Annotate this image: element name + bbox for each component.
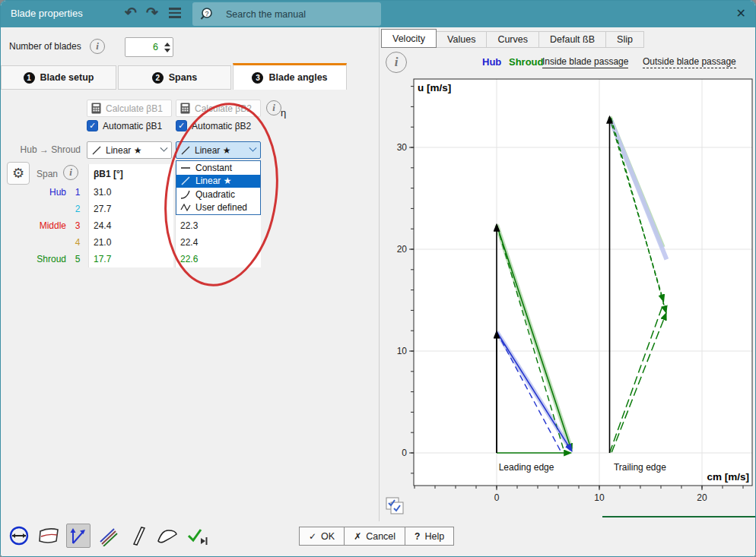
svg-text:10: 10 bbox=[397, 346, 408, 356]
tab-curves[interactable]: Curves bbox=[487, 31, 539, 48]
b2-value: 22.3 bbox=[180, 220, 198, 231]
calculate-b1-label: Calculate βB1 bbox=[106, 103, 163, 114]
calculate-b2-button[interactable]: Calculate βB2 bbox=[176, 100, 261, 117]
legend-inside-blade-passage[interactable]: Inside blade passage bbox=[542, 56, 628, 68]
undo-icon[interactable]: ↶ bbox=[125, 4, 137, 21]
svg-text:?: ? bbox=[205, 9, 208, 17]
svg-text:Leading edge: Leading edge bbox=[499, 462, 554, 473]
table-row[interactable]: Middle 3 24.4 22.3 bbox=[1, 217, 263, 234]
tab-label: Values bbox=[447, 34, 475, 45]
tab-slip[interactable]: Slip bbox=[606, 31, 644, 48]
search-placeholder: Search the manual bbox=[226, 9, 306, 20]
tab-label: Velocity bbox=[392, 33, 425, 44]
help-label: Help bbox=[424, 531, 444, 542]
b2-value: 22.6 bbox=[180, 254, 198, 264]
main-dimensions-button[interactable] bbox=[7, 524, 31, 548]
redo-icon[interactable]: ↷ bbox=[146, 4, 158, 21]
linear-curve-icon bbox=[180, 176, 191, 185]
b2-distribution-combo[interactable]: Linear ★ bbox=[176, 141, 261, 159]
chevron-down-icon bbox=[160, 144, 168, 152]
tab-blade-setup[interactable]: 1 Blade setup bbox=[1, 65, 116, 90]
spin-down-icon[interactable] bbox=[164, 49, 170, 52]
b1-value: 21.0 bbox=[94, 237, 111, 248]
tab-default-bb[interactable]: Default ßB bbox=[539, 31, 606, 48]
chart-legend: Hub Shroud Inside blade passage Outside … bbox=[380, 55, 756, 71]
table-row[interactable]: Shroud 5 17.7 22.6 bbox=[1, 251, 263, 267]
meridional-contour-icon bbox=[37, 526, 60, 546]
calculate-b2-label: Calculate βB2 bbox=[195, 103, 252, 114]
table-row[interactable]: 4 21.0 22.4 bbox=[1, 234, 263, 251]
cancel-label: Cancel bbox=[366, 531, 395, 542]
b1-column-header: βB1 [°] bbox=[94, 169, 123, 179]
efficiency-info-icon[interactable]: i bbox=[266, 100, 281, 116]
spin-up-icon[interactable] bbox=[164, 43, 170, 46]
blade-edges-button[interactable] bbox=[155, 524, 179, 548]
tab1-label: Blade setup bbox=[40, 72, 94, 83]
blades-info-icon[interactable]: i bbox=[90, 39, 105, 54]
svg-text:10: 10 bbox=[594, 492, 605, 502]
chevron-down-icon bbox=[249, 144, 257, 152]
cancel-button[interactable]: ✗ Cancel bbox=[344, 527, 405, 546]
dropdown-item-linear[interactable]: Linear ★ bbox=[176, 175, 260, 188]
tab2-number-icon: 2 bbox=[152, 72, 164, 84]
close-icon[interactable]: ✕ bbox=[736, 6, 746, 21]
velocity-chart: 010200102030Leading edgeTrailing edge u … bbox=[380, 77, 756, 502]
checkbox-checked-icon: ✓ bbox=[87, 120, 98, 131]
b1-value: 27.7 bbox=[94, 204, 111, 214]
automatic-b2-checkbox[interactable]: ✓ Automatic βB2 bbox=[176, 120, 251, 131]
tab-label: Curves bbox=[497, 34, 528, 45]
span-number: 1 bbox=[68, 187, 87, 198]
meridional-contour-button[interactable] bbox=[37, 524, 61, 548]
span-column-header: Span bbox=[1, 169, 58, 179]
blade-profiles-button[interactable] bbox=[125, 524, 150, 548]
blade-mean-lines-button[interactable] bbox=[96, 524, 120, 548]
blade-edge-icon bbox=[156, 526, 179, 546]
linear-curve-icon bbox=[181, 146, 190, 155]
dropdown-item-quadratic[interactable]: Quadratic bbox=[176, 188, 260, 201]
span-info-icon[interactable]: i bbox=[63, 165, 78, 180]
dropdown-item-label: Quadratic bbox=[195, 189, 235, 200]
b2-value: 22.4 bbox=[180, 237, 198, 248]
search-input[interactable]: ? Search the manual bbox=[192, 2, 381, 26]
quadratic-curve-icon bbox=[180, 190, 191, 199]
menu-icon[interactable] bbox=[169, 8, 181, 21]
step-toolbar bbox=[7, 524, 209, 548]
legend-outside-blade-passage[interactable]: Outside blade passage bbox=[643, 56, 736, 68]
automatic-b1-checkbox[interactable]: ✓ Automatic βB1 bbox=[87, 120, 162, 131]
x-icon: ✗ bbox=[354, 531, 361, 542]
svg-text:0: 0 bbox=[494, 492, 500, 502]
number-of-blades-label: Number of blades bbox=[9, 41, 81, 52]
tab2-label: Spans bbox=[169, 72, 198, 83]
information-divider bbox=[602, 516, 756, 517]
calculator-icon bbox=[180, 103, 190, 114]
spinner-arrows[interactable] bbox=[161, 38, 173, 56]
automatic-b1-label: Automatic βB1 bbox=[103, 121, 162, 131]
tab3-label: Blade angles bbox=[268, 72, 327, 83]
help-button[interactable]: ? Help bbox=[405, 527, 454, 546]
dropdown-item-constant[interactable]: Constant bbox=[176, 161, 260, 175]
number-of-blades-spinner[interactable]: 6 bbox=[125, 37, 173, 57]
linear-curve-icon bbox=[92, 146, 101, 155]
y-axis-label: u [m/s] bbox=[418, 82, 451, 93]
calculate-b1-button[interactable]: Calculate βB1 bbox=[87, 100, 172, 117]
tab1-number-icon: 1 bbox=[24, 72, 35, 84]
tab-blade-angles[interactable]: 3 Blade angles bbox=[233, 63, 347, 90]
legend-shroud: Shroud bbox=[509, 56, 544, 68]
ok-button[interactable]: ✓ OK bbox=[299, 527, 345, 546]
span-number: 4 bbox=[68, 237, 87, 248]
blades-value: 6 bbox=[125, 38, 161, 56]
automatic-b2-label: Automatic βB2 bbox=[192, 121, 251, 131]
left-panel: Number of blades i 6 1 Blade setup 2 Spa… bbox=[1, 27, 379, 521]
zone-label: Middle bbox=[1, 220, 66, 231]
copy-settings-icon[interactable] bbox=[384, 496, 405, 516]
tab-spans[interactable]: 2 Spans bbox=[118, 65, 231, 90]
b1-distribution-combo[interactable]: Linear ★ bbox=[87, 141, 172, 159]
tab-values[interactable]: Values bbox=[437, 31, 487, 48]
dropdown-item-user-defined[interactable]: User defined bbox=[176, 201, 260, 215]
finish-blade-button[interactable] bbox=[185, 524, 209, 548]
dialog-buttons: ✓ OK ✗ Cancel ? Help bbox=[299, 527, 454, 546]
blade-properties-button[interactable] bbox=[66, 524, 91, 548]
dropdown-item-label: Linear ★ bbox=[195, 176, 231, 186]
tab-velocity[interactable]: Velocity bbox=[381, 29, 437, 48]
blade-mean-lines-icon bbox=[97, 525, 119, 546]
